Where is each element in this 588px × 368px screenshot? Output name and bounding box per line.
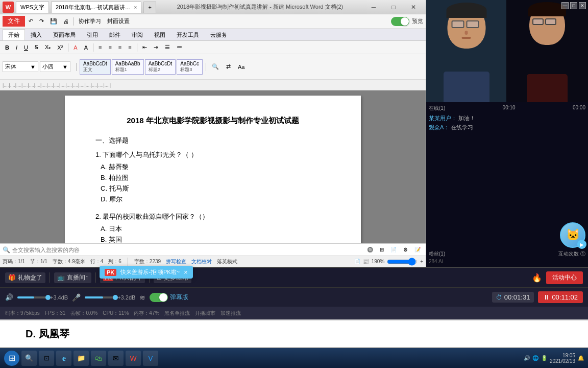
quick-access-undo[interactable]: ↶ bbox=[26, 17, 36, 26]
btn-justify[interactable]: ≡ bbox=[126, 43, 134, 52]
activity-icon: 🔥 bbox=[532, 273, 542, 283]
style-h3[interactable]: AaBbCc 标题3 bbox=[177, 59, 203, 75]
minimize-btn[interactable]: ─ bbox=[364, 1, 383, 13]
webcam-ctrl-3[interactable]: ✕ bbox=[579, 2, 586, 9]
avatar-play-icon[interactable]: ▶ bbox=[577, 240, 586, 249]
quick-access-print[interactable]: 🖨 bbox=[61, 17, 71, 26]
btn-styles[interactable]: Aa bbox=[235, 63, 247, 71]
taskbar-app1[interactable]: W bbox=[126, 351, 141, 366]
new-tab-btn[interactable]: + bbox=[143, 2, 156, 13]
btn-indent-inc[interactable]: ⇥ bbox=[151, 43, 161, 52]
cooperate-btn[interactable]: 协作学习 bbox=[76, 16, 104, 26]
btn-underline[interactable]: U bbox=[21, 43, 31, 52]
tab-review[interactable]: 审阅 bbox=[126, 29, 149, 40]
font-name-box[interactable]: 宋体 ▼ bbox=[3, 61, 38, 72]
taskbar-edge[interactable]: 𝐞 bbox=[56, 351, 71, 366]
audio-slider-left[interactable] bbox=[17, 296, 48, 298]
zoom-in-btn[interactable]: + bbox=[420, 259, 423, 264]
tray-icon-1[interactable]: 🔊 bbox=[524, 355, 530, 361]
windows-start-btn[interactable]: ⊞ bbox=[4, 351, 19, 366]
taskbar-task-view[interactable]: ⊡ bbox=[39, 351, 54, 366]
quick-access-redo[interactable]: ↷ bbox=[37, 17, 46, 26]
btn-list-num[interactable]: ≔ bbox=[174, 43, 185, 52]
webcam-ctrl-1[interactable]: — bbox=[561, 2, 569, 9]
audio-slider-right[interactable] bbox=[85, 296, 115, 298]
btn-replace[interactable]: ⇄ bbox=[224, 62, 233, 71]
mode-toggle[interactable] bbox=[150, 293, 168, 302]
text-check-btn[interactable]: 文档校对 bbox=[191, 258, 212, 265]
settings-btn[interactable]: 封面设置 bbox=[105, 16, 132, 26]
style-normal[interactable]: AaBbCcDt 正文 bbox=[80, 59, 111, 75]
btn-font-color[interactable]: A bbox=[71, 43, 80, 52]
gifts-btn[interactable]: 🎁 礼物盒了 bbox=[5, 272, 45, 283]
btn-strikethrough[interactable]: S̶ bbox=[32, 43, 41, 52]
file-btn[interactable]: 文件 bbox=[3, 16, 25, 27]
tab-references[interactable]: 引用 bbox=[81, 29, 104, 40]
activity-btn[interactable]: 活动中心 bbox=[546, 271, 583, 284]
btn-bold[interactable]: B bbox=[3, 43, 12, 52]
equalizer-icon[interactable]: ≋ bbox=[139, 293, 145, 302]
spell-check-btn[interactable]: 拼写检查 bbox=[166, 258, 186, 265]
view-icon1[interactable]: 📄 bbox=[354, 259, 360, 264]
btn-superscript[interactable]: X² bbox=[55, 43, 65, 52]
btn-indent-dec[interactable]: ⇤ bbox=[140, 43, 150, 52]
tab-cloud[interactable]: 云服务 bbox=[205, 29, 233, 40]
tab-view[interactable]: 视图 bbox=[149, 29, 171, 40]
mode-toggle-knob bbox=[159, 293, 167, 302]
taskbar-store[interactable]: 🛍 bbox=[91, 351, 106, 366]
tab-home[interactable]: 开始 bbox=[3, 29, 25, 40]
btn-align-center[interactable]: ≡ bbox=[106, 43, 114, 52]
row-info: 行：4 bbox=[90, 258, 104, 265]
btn-align-right[interactable]: ≡ bbox=[116, 43, 124, 52]
live-right: 🔥 活动中心 bbox=[532, 271, 583, 284]
tab-layout[interactable]: 页面布局 bbox=[47, 29, 81, 40]
tray-icon-3[interactable]: 🔋 bbox=[541, 355, 547, 361]
search-btn2[interactable]: ⊞ bbox=[377, 246, 386, 254]
q1-c-text: 托马斯 bbox=[109, 185, 129, 192]
tab-developer[interactable]: 开发工具 bbox=[171, 29, 205, 40]
doc-search-bar[interactable]: 🔍 🔘 ⊞ 📄 ⚙ 📝 bbox=[0, 243, 426, 256]
tab-mailings[interactable]: 邮件 bbox=[104, 29, 126, 40]
live-btn[interactable]: 📺 直播间↑ bbox=[54, 272, 91, 283]
btn-highlight[interactable]: A bbox=[82, 43, 90, 52]
popup-close-btn[interactable]: × bbox=[184, 268, 188, 276]
title-tab-wps[interactable]: WPS文字 bbox=[16, 2, 49, 13]
doc-statusbar: 页码：1/1 节：1/1 字数：4.9毫米 行：4 列：6 字数：2239 拼写… bbox=[0, 256, 426, 267]
btn-align-left[interactable]: ≡ bbox=[96, 43, 104, 52]
preview-toggle[interactable] bbox=[391, 17, 409, 26]
font-size-box[interactable]: 小四 ▼ bbox=[40, 61, 70, 72]
btn-italic[interactable]: I bbox=[13, 43, 20, 52]
chars-info: 字数：2239 bbox=[134, 258, 161, 265]
tray-icon-2[interactable]: 🌐 bbox=[532, 355, 538, 361]
tab-close-icon[interactable]: × bbox=[134, 5, 137, 10]
view-icon2[interactable]: 📰 bbox=[363, 259, 369, 264]
mic-icon[interactable]: 🎤 bbox=[72, 293, 81, 302]
window-controls: ─ □ ✕ bbox=[364, 1, 423, 13]
search-btn5[interactable]: 📝 bbox=[412, 246, 423, 254]
close-btn[interactable]: ✕ bbox=[404, 1, 423, 13]
quick-access-save[interactable]: 💾 bbox=[47, 17, 60, 26]
webcam-ctrl-2[interactable]: □ bbox=[570, 2, 577, 9]
btn-list-bullet[interactable]: ☰ bbox=[162, 43, 173, 52]
btn-find[interactable]: 🔍 bbox=[209, 62, 222, 71]
search-input[interactable] bbox=[12, 247, 362, 253]
zoom-slider[interactable] bbox=[387, 258, 418, 266]
style-h2[interactable]: AaBbCcDt 标题2 bbox=[145, 59, 176, 75]
maximize-btn[interactable]: □ bbox=[384, 1, 403, 13]
stop-timer-btn[interactable]: ⏸ 00:11:02 bbox=[538, 291, 583, 303]
sep2 bbox=[68, 43, 68, 52]
title-tab-doc[interactable]: 2018年北京电...-初试真题讲... × bbox=[51, 2, 141, 13]
popup-icon: PK bbox=[105, 269, 116, 276]
search-btn1[interactable]: 🔘 bbox=[364, 246, 376, 254]
tab-insert[interactable]: 插入 bbox=[25, 29, 47, 40]
taskbar-file-explorer[interactable]: 📁 bbox=[74, 351, 89, 366]
taskbar-mail[interactable]: ✉ bbox=[108, 351, 124, 366]
search-btn3[interactable]: 📄 bbox=[388, 246, 399, 254]
search-btn4[interactable]: ⚙ bbox=[401, 246, 410, 254]
notification-btn[interactable]: 🔔 bbox=[578, 355, 584, 361]
style-h1[interactable]: AaBbAaBb 标题1 bbox=[112, 59, 144, 75]
taskbar-search-btn[interactable]: 🔍 bbox=[21, 351, 37, 366]
taskbar-app2[interactable]: V bbox=[143, 351, 158, 366]
btn-subscript[interactable]: X₂ bbox=[42, 43, 53, 52]
clock-area: 19:05 2021/02/13 bbox=[550, 353, 575, 364]
